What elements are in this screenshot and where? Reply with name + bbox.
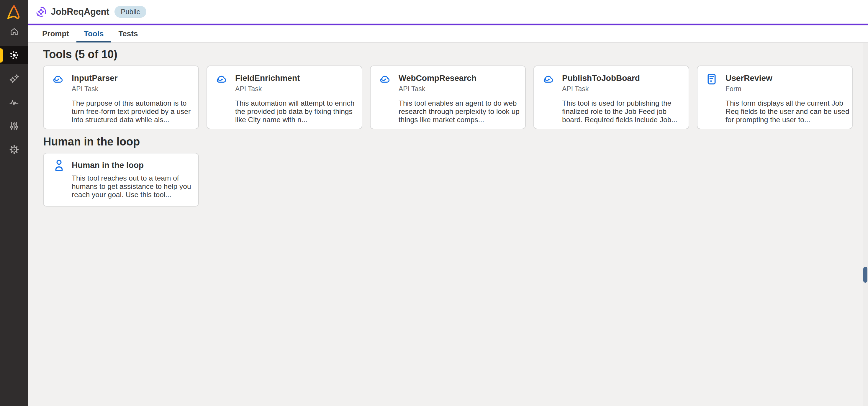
sidebar-nav	[0, 20, 28, 161]
main-content: Tools (5 of 10) InputParser API Task	[28, 43, 868, 406]
sidebar-item-settings[interactable]	[0, 138, 28, 161]
page-title: JobReqAgent	[51, 6, 109, 17]
home-icon	[9, 27, 19, 36]
sparkles-icon	[9, 74, 19, 84]
sidebar-item-controls[interactable]	[0, 114, 28, 138]
visibility-badge: Public	[115, 6, 146, 18]
gear-icon	[9, 145, 19, 155]
tool-type: Form	[725, 85, 772, 93]
tool-type: API Task	[399, 85, 476, 93]
tool-type: API Task	[72, 85, 118, 93]
tool-type: API Task	[562, 85, 640, 93]
tool-card-userreview[interactable]: UserReview Form This form displays all t…	[697, 65, 852, 129]
api-task-cloud-icon	[215, 73, 227, 85]
tools-card-row: InputParser API Task The purpose of this…	[43, 65, 855, 129]
api-task-cloud-icon	[542, 73, 554, 85]
automation-anywhere-logo	[0, 2, 28, 21]
sidebar-item-skills[interactable]	[0, 67, 28, 91]
tool-description: This tool reaches out to a team of human…	[72, 174, 196, 199]
sidebar-item-agents[interactable]	[0, 43, 28, 67]
tool-card-publishtojobboard[interactable]: PublishToJobBoard API Task This tool is …	[533, 65, 689, 129]
agent-network-icon	[9, 50, 19, 60]
header-accent-line	[28, 24, 868, 25]
tool-title: WebCompResearch	[399, 73, 476, 83]
sidebar-item-activity[interactable]	[0, 91, 28, 114]
sidebar	[0, 0, 28, 406]
api-task-cloud-icon	[52, 73, 64, 85]
agent-spark-icon	[35, 6, 46, 18]
tool-card-webcompresearch[interactable]: WebCompResearch API Task This tool enabl…	[370, 65, 526, 129]
person-icon	[52, 159, 64, 171]
sidebar-item-home[interactable]	[0, 20, 28, 43]
activity-pulse-icon	[9, 97, 20, 108]
tools-section-heading: Tools (5 of 10)	[43, 48, 855, 61]
api-task-cloud-icon	[379, 73, 391, 85]
tab-tests[interactable]: Tests	[111, 25, 145, 42]
tool-title: FieldEnrichment	[235, 73, 300, 83]
tool-title: UserReview	[725, 73, 772, 83]
hitl-card[interactable]: Human in the loop This tool reaches out …	[43, 153, 199, 207]
tool-description: This tool enables an agent to do web res…	[399, 99, 523, 124]
header: JobReqAgent Public	[28, 0, 868, 24]
tab-prompt[interactable]: Prompt	[35, 25, 76, 42]
tool-title: InputParser	[72, 73, 118, 83]
tool-card-fieldenrichment[interactable]: FieldEnrichment API Task This automation…	[207, 65, 362, 129]
tab-bar: Prompt Tools Tests	[28, 25, 868, 42]
app-window: JobReqAgent Public Prompt Tools Tests To…	[0, 0, 868, 406]
tool-description: This form displays all the current Job R…	[725, 99, 849, 124]
tab-tools[interactable]: Tools	[76, 25, 111, 42]
scrollbar-track[interactable]	[863, 43, 868, 406]
scrollbar-thumb[interactable]	[863, 267, 867, 283]
tool-type: API Task	[235, 85, 300, 93]
hitl-section-heading: Human in the loop	[43, 135, 855, 148]
tool-description: This tool is used for publishing the fin…	[562, 99, 686, 124]
tool-description: The purpose of this automation is to tur…	[72, 99, 196, 124]
tool-title: PublishToJobBoard	[562, 73, 640, 83]
active-indicator	[0, 49, 3, 63]
form-icon	[706, 73, 717, 85]
tool-card-inputparser[interactable]: InputParser API Task The purpose of this…	[43, 65, 199, 129]
tool-title: Human in the loop	[72, 160, 144, 170]
sliders-icon	[9, 121, 19, 131]
tool-description: This automation will attempt to enrich t…	[235, 99, 359, 124]
